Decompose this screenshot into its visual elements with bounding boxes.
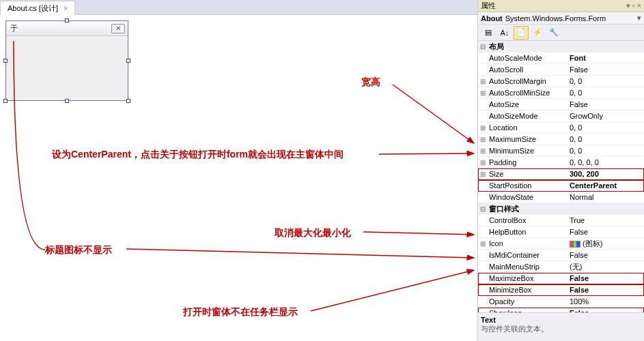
property-row[interactable]: ⊞AutoScrollMinSize0, 0	[478, 87, 644, 99]
property-row[interactable]: MinimizeBoxFalse	[478, 284, 644, 296]
property-name: AutoScrollMinSize	[488, 89, 568, 97]
category-row[interactable]: ⊟窗口样式	[478, 203, 644, 215]
property-value[interactable]: Normal	[568, 193, 644, 201]
property-row[interactable]: ⊞Icon(图标)	[478, 238, 644, 250]
property-value[interactable]: False	[568, 100, 644, 108]
property-row[interactable]: ⊞MinimumSize0, 0	[478, 145, 644, 157]
expand-icon[interactable]: ⊞	[478, 89, 488, 97]
property-row[interactable]: Opacity100%	[478, 296, 644, 308]
form-close-button[interactable]: ✕	[111, 24, 125, 33]
property-description: Text 与控件关联的文本。	[478, 312, 644, 341]
property-row[interactable]: ControlBoxTrue	[478, 215, 644, 226]
property-value[interactable]: 100%	[568, 297, 644, 306]
expand-icon[interactable]: ⊞	[478, 170, 488, 178]
annotation-minmax: 取消最大化最小化	[275, 227, 351, 239]
property-value[interactable]: True	[568, 216, 644, 224]
expand-icon[interactable]: ⊞	[478, 240, 488, 248]
property-value[interactable]: 0, 0	[568, 135, 644, 143]
property-value[interactable]: Font	[568, 54, 644, 62]
property-value[interactable]: 300, 200	[568, 170, 644, 178]
property-row[interactable]: ⊞MaximumSize0, 0	[478, 134, 644, 145]
property-name: AutoScroll	[488, 65, 568, 74]
form-preview[interactable]: 于 ✕	[5, 20, 128, 101]
properties-panel: 属性 ▾ ▫ × About System.Windows.Forms.Form…	[477, 0, 644, 341]
property-value[interactable]: 0, 0	[568, 123, 644, 132]
file-tab[interactable]: About.cs [设计] ×	[0, 1, 75, 16]
property-name: Opacity	[488, 297, 568, 306]
expand-icon[interactable]: ⊞	[478, 159, 488, 166]
panel-icons[interactable]: ▾ ▫ ×	[626, 1, 641, 10]
property-name: Location	[488, 123, 568, 132]
expand-icon[interactable]: ⊟	[478, 205, 488, 213]
property-value[interactable]: False	[568, 251, 644, 259]
property-row[interactable]: WindowStateNormal	[478, 192, 644, 203]
property-row[interactable]: ⊞Size300, 200	[478, 168, 644, 180]
expand-icon[interactable]: ⊞	[478, 147, 488, 155]
property-name: WindowState	[488, 193, 568, 201]
expand-icon[interactable]: ⊞	[478, 78, 488, 85]
property-value[interactable]: 0, 0	[568, 89, 644, 97]
property-name: HelpButton	[488, 228, 568, 236]
property-name: AutoScaleMode	[488, 54, 568, 62]
category-row[interactable]: ⊟布局	[478, 41, 644, 53]
property-name: AutoSize	[488, 100, 568, 108]
property-row[interactable]: AutoScaleModeFont	[478, 53, 644, 64]
property-name: Size	[488, 170, 568, 178]
tab-label: About.cs [设计]	[8, 3, 58, 14]
alphabetical-icon[interactable]: A↓	[497, 26, 512, 40]
properties-header: 属性 ▾ ▫ ×	[478, 0, 644, 12]
form-title: 于	[9, 23, 18, 33]
property-value[interactable]: (无)	[568, 262, 644, 272]
property-row[interactable]: AutoSizeModeGrowOnly	[478, 110, 644, 122]
property-value[interactable]: False	[568, 65, 644, 74]
property-value[interactable]: (图标)	[568, 239, 644, 249]
property-row[interactable]: ⊞Location0, 0	[478, 122, 644, 134]
property-name: MainMenuStrip	[488, 263, 568, 271]
property-pages-icon[interactable]: 🔧	[546, 26, 561, 40]
property-row[interactable]: ⊞AutoScrollMargin0, 0	[478, 76, 644, 87]
property-row[interactable]: ⊞Padding0, 0, 0, 0	[478, 157, 644, 168]
property-value[interactable]: CenterParent	[568, 181, 644, 190]
property-value[interactable]: GrowOnly	[568, 112, 644, 120]
property-name: StartPosition	[488, 181, 568, 190]
property-row[interactable]: AutoScrollFalse	[478, 64, 644, 76]
events-icon[interactable]: ⚡	[530, 26, 545, 40]
property-row[interactable]: IsMdiContainerFalse	[478, 250, 644, 261]
object-name: About	[481, 14, 503, 23]
property-row[interactable]: MainMenuStrip(无)	[478, 261, 644, 273]
property-name: Padding	[488, 158, 568, 166]
properties-title: 属性	[481, 1, 496, 11]
object-type: System.Windows.Forms.Form	[505, 14, 606, 23]
expand-icon[interactable]: ⊞	[478, 136, 488, 143]
property-value[interactable]: 0, 0	[568, 77, 644, 85]
property-value[interactable]: False	[568, 274, 644, 282]
expand-icon[interactable]: ⊟	[478, 43, 488, 50]
expand-icon[interactable]: ⊞	[478, 124, 488, 132]
property-value[interactable]: 0, 0	[568, 147, 644, 155]
property-name: MinimumSize	[488, 147, 568, 155]
property-value[interactable]: False	[568, 228, 644, 236]
desc-title: Text	[481, 316, 641, 324]
properties-toolbar: ▤ A↓ 📄 ⚡ 🔧	[478, 25, 644, 41]
property-row[interactable]: MaximizeBoxFalse	[478, 273, 644, 284]
property-name: MaximizeBox	[488, 274, 568, 282]
tab-close-icon[interactable]: ×	[64, 4, 68, 12]
icon-preview	[570, 241, 580, 248]
property-row[interactable]: HelpButtonFalse	[478, 226, 644, 238]
annotation-showicon: 标题图标不显示	[45, 244, 112, 256]
properties-grid[interactable]: ⊟布局AutoScaleModeFontAutoScrollFalse⊞Auto…	[478, 41, 644, 312]
property-value[interactable]: False	[568, 286, 644, 294]
property-name: ControlBox	[488, 216, 568, 224]
property-row[interactable]: ShowIconFalse	[478, 308, 644, 312]
property-name: IsMdiContainer	[488, 251, 568, 259]
object-selector[interactable]: About System.Windows.Forms.Form ▾	[478, 12, 644, 25]
property-row[interactable]: StartPositionCenterParent	[478, 180, 644, 192]
annotation-centerparent: 设为CenterParent，点击关于按钮打开时form就会出现在主窗体中间	[52, 149, 344, 161]
design-surface[interactable]: 于 ✕	[0, 15, 477, 341]
annotation-size: 宽高	[361, 76, 380, 89]
property-name: 布局	[488, 42, 568, 52]
properties-icon[interactable]: 📄	[514, 26, 529, 40]
categorized-icon[interactable]: ▤	[481, 26, 496, 40]
property-row[interactable]: AutoSizeFalse	[478, 99, 644, 110]
property-value[interactable]: 0, 0, 0, 0	[568, 158, 644, 166]
